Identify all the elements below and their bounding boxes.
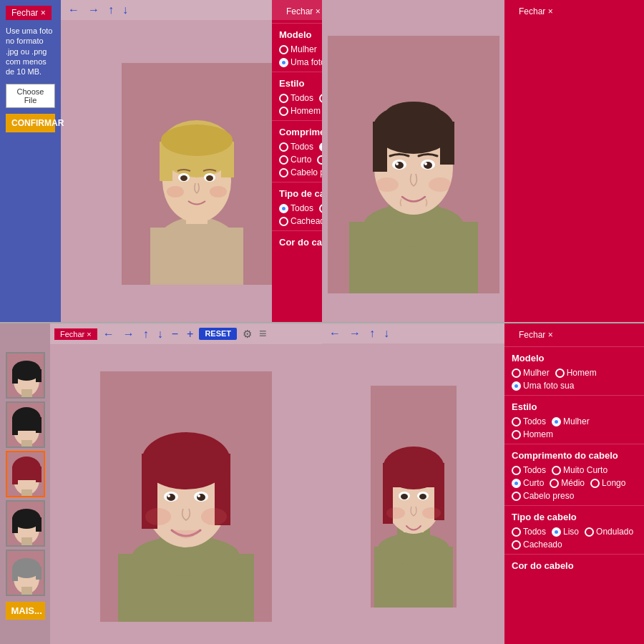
section-estilo-title: Estilo xyxy=(279,78,322,89)
option-cabelo-preso-br[interactable]: Cabelo preso xyxy=(512,491,637,501)
option-curto[interactable]: Curto xyxy=(279,155,311,165)
option-todos-estilo-br[interactable]: Todos xyxy=(512,416,546,426)
thumbnail-2[interactable] xyxy=(6,401,45,448)
choose-file-button[interactable]: Choose File xyxy=(6,84,55,108)
arrow-right-button-bl[interactable]: → xyxy=(120,327,137,341)
radio-todos-comp-br xyxy=(512,466,521,475)
radio-cabelo-preso xyxy=(279,168,288,177)
thumbnail-4[interactable] xyxy=(6,500,45,547)
option-todos-comp[interactable]: Todos xyxy=(279,142,313,152)
confirmar-button[interactable]: CONFIRMAR xyxy=(6,114,55,132)
svg-rect-58 xyxy=(21,537,32,547)
reset-button-bl[interactable]: RESET xyxy=(199,328,237,340)
radio-uma-foto xyxy=(279,58,288,67)
arrow-left-button[interactable]: ← xyxy=(65,3,82,17)
svg-point-100 xyxy=(419,494,426,499)
svg-point-32 xyxy=(429,177,452,192)
sidebar-info-text: Use uma foto no formato .jpg ou .png com… xyxy=(6,26,55,77)
option-mulher-br[interactable]: Mulher xyxy=(512,368,550,378)
arrow-down-button-bl[interactable]: ↓ xyxy=(155,327,166,341)
radio-todos-estilo-br xyxy=(512,417,521,426)
option-medio[interactable]: Médio xyxy=(317,155,322,165)
option-homem-br[interactable]: Homem xyxy=(555,368,597,378)
arrow-up-button-bl[interactable]: ↑ xyxy=(140,327,152,341)
minus-button-bl[interactable]: − xyxy=(169,327,181,341)
thumbnail-3[interactable] xyxy=(6,451,45,497)
arrow-down-button-br[interactable]: ↓ xyxy=(381,326,392,341)
thumbnail-1[interactable] xyxy=(6,352,45,399)
tipo-options: Todos Liso Ondulado Cacheado xyxy=(279,203,322,226)
mais-button[interactable]: MAIS... xyxy=(6,602,45,620)
thumbnail-5[interactable] xyxy=(6,550,45,596)
arrow-left-button-br[interactable]: ← xyxy=(326,326,343,341)
option-liso-br[interactable]: Liso xyxy=(552,527,579,537)
panel-close-button-tr[interactable]: Fechar × xyxy=(512,4,560,19)
svg-point-82 xyxy=(197,494,200,497)
option-cabelo-preso[interactable]: Cabelo preso xyxy=(279,167,322,177)
estilo-options: Todos Mulher Homem xyxy=(279,93,322,116)
option-todos-estilo[interactable]: Todos xyxy=(279,93,313,103)
photo-frame-top-left xyxy=(122,63,272,285)
close-button-bl[interactable]: Fechar × xyxy=(54,328,97,340)
radio-ondulado-br xyxy=(585,527,594,537)
panel-close-button-br[interactable]: Fechar × xyxy=(512,328,560,342)
photo-frame-top-right xyxy=(328,36,499,293)
radio-cacheado xyxy=(279,217,288,226)
option-todos-tipo-br[interactable]: Todos xyxy=(512,527,546,537)
option-longo-br[interactable]: Longo xyxy=(590,478,625,488)
svg-rect-22 xyxy=(373,122,387,172)
option-mulher-estilo-br[interactable]: Mulher xyxy=(552,416,590,426)
section-cor-title: Cor do cabelo xyxy=(279,237,322,248)
arrow-right-button[interactable]: → xyxy=(85,3,102,17)
svg-point-12 xyxy=(206,175,213,181)
radio-uma-foto-br xyxy=(512,381,521,391)
section-cor-title-br: Cor do cabelo xyxy=(512,560,637,571)
plus-button-bl[interactable]: + xyxy=(184,327,196,341)
radio-mulher-br xyxy=(512,369,521,378)
radio-homem-br xyxy=(555,369,565,378)
svg-point-24 xyxy=(385,102,442,127)
arrow-up-button-br[interactable]: ↑ xyxy=(366,326,378,341)
option-uma-foto-br[interactable]: Uma foto sua xyxy=(512,381,637,391)
svg-rect-63 xyxy=(36,567,42,580)
sidebar-close-button[interactable]: Fechar × xyxy=(6,6,52,20)
section-estilo-br: Estilo Todos Mulher Homem xyxy=(504,395,644,444)
arrow-left-button-bl[interactable]: ← xyxy=(100,327,117,341)
svg-point-81 xyxy=(167,494,170,497)
option-medio-br[interactable]: Médio xyxy=(550,478,585,488)
section-comprimento-title-br: Comprimento do cabelo xyxy=(512,450,637,461)
section-cor-br: Cor do cabelo xyxy=(504,554,644,580)
radio-todos-tipo xyxy=(279,204,288,213)
option-mulher[interactable]: Mulher xyxy=(279,44,317,54)
gear-button-bl[interactable]: ⚙ xyxy=(240,327,255,341)
section-estilo-title-br: Estilo xyxy=(512,401,637,412)
section-comprimento: Comprimento do cabelo Todos Muito Curto … xyxy=(272,120,322,182)
modelo-options-br: Mulher Homem Uma foto sua xyxy=(512,368,637,391)
arrow-right-button-br[interactable]: → xyxy=(346,326,364,341)
svg-point-14 xyxy=(210,186,227,197)
svg-point-31 xyxy=(376,177,399,192)
section-modelo: Modelo Mulher Homem Uma foto sua xyxy=(272,23,322,72)
option-homem-estilo[interactable]: Homem xyxy=(279,106,322,116)
arrow-up-button[interactable]: ↑ xyxy=(105,3,117,17)
section-cor: Cor do cabelo xyxy=(272,230,322,256)
section-modelo-br: Modelo Mulher Homem Uma foto sua xyxy=(504,346,644,395)
svg-point-13 xyxy=(167,186,184,197)
option-cacheado[interactable]: Cacheado xyxy=(279,216,322,226)
option-homem-estilo-br[interactable]: Homem xyxy=(512,429,637,439)
sidebar: Fechar × Use uma foto no formato .jpg ou… xyxy=(0,0,61,322)
option-muito-curto-br[interactable]: Muito Curto xyxy=(552,465,608,475)
option-todos-tipo[interactable]: Todos xyxy=(279,203,313,213)
modelo-options: Mulher Homem Uma foto sua xyxy=(279,44,322,67)
option-ondulado-br[interactable]: Ondulado xyxy=(585,527,633,537)
option-uma-foto[interactable]: Uma foto sua xyxy=(279,57,322,67)
section-modelo-title: Modelo xyxy=(279,29,322,40)
option-curto-br[interactable]: Curto xyxy=(512,478,544,488)
radio-longo-br xyxy=(590,479,600,488)
filter-panel-top-left: Fechar × Modelo Mulher Homem Uma foto su… xyxy=(272,0,322,322)
option-cacheado-br[interactable]: Cacheado xyxy=(512,540,562,550)
arrow-down-button[interactable]: ↓ xyxy=(119,3,131,17)
estilo-options-br: Todos Mulher Homem xyxy=(512,416,637,439)
option-todos-comp-br[interactable]: Todos xyxy=(512,465,546,475)
quadrant-bottom-left: MAIS... Fechar × ← → ↑ ↓ − + RESET ⚙ ≡ xyxy=(0,322,322,644)
